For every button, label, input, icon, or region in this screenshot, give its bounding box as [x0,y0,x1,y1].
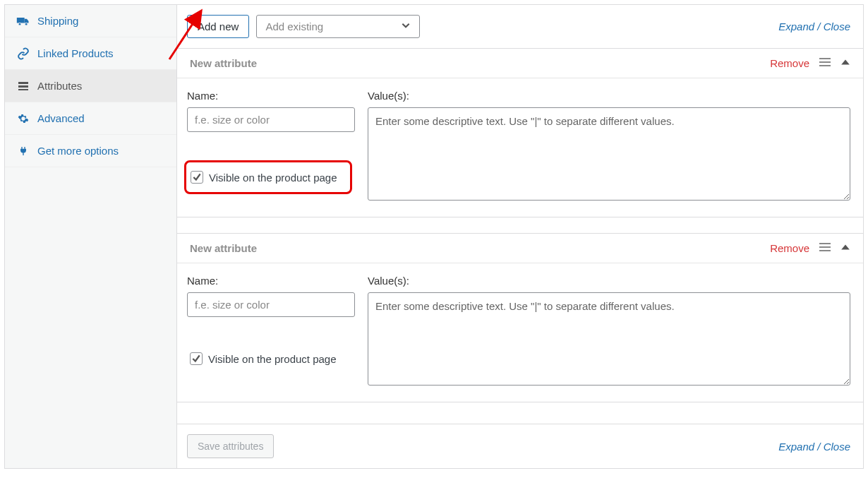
attribute-title: New attribute [190,57,257,69]
svg-rect-0 [17,18,25,23]
link-icon [16,48,30,59]
drag-handle-icon[interactable] [819,242,831,254]
svg-point-2 [25,23,28,25]
sidebar-item-label: Attributes [37,80,82,92]
attribute-header[interactable]: New attribute Remove [177,234,863,263]
sidebar-item-attributes[interactable]: Attributes [5,70,176,102]
separator: / [814,441,824,453]
sidebar-item-label: Get more options [37,145,119,157]
values-label: Value(s): [368,275,850,287]
attribute-name-input[interactable] [187,107,355,132]
chevron-down-icon [401,20,411,32]
values-label: Value(s): [368,90,850,102]
visible-label: Visible on the product page [209,172,337,184]
sidebar-item-label: Advanced [37,112,85,124]
sidebar-item-advanced[interactable]: Advanced [5,102,176,135]
name-label: Name: [187,90,368,102]
attributes-footer: Save attributes Expand / Close [177,424,863,468]
attribute-name-input[interactable] [187,292,355,317]
save-attributes-button[interactable]: Save attributes [187,434,274,458]
attributes-toolbar: Add new Add existing Expand / Close [177,5,863,48]
sidebar-item-shipping[interactable]: Shipping [5,5,176,37]
sidebar-item-label: Linked Products [37,47,114,59]
svg-rect-4 [18,85,28,88]
drag-handle-icon[interactable] [819,57,831,69]
close-link[interactable]: Close [824,20,850,32]
attribute-values-textarea[interactable] [368,107,850,201]
visible-on-product-page-row: Visible on the product page [184,160,352,194]
svg-point-1 [18,23,21,25]
name-label: Name: [187,275,368,287]
attribute-section: New attribute Remove Name: [177,233,863,402]
visible-checkbox[interactable] [190,352,203,365]
sidebar-item-linked-products[interactable]: Linked Products [5,37,176,70]
attribute-title: New attribute [190,242,257,254]
add-new-button[interactable]: Add new [187,15,249,38]
attributes-panel: Add new Add existing Expand / Close New … [177,5,863,468]
gear-icon [16,113,30,124]
close-link[interactable]: Close [824,441,850,453]
product-data-sidebar: Shipping Linked Products Attributes Adva… [5,5,177,468]
expand-close-links: Expand / Close [778,441,850,453]
expand-link[interactable]: Expand [778,441,814,453]
attribute-section: New attribute Remove Name: [177,48,863,217]
expand-link[interactable]: Expand [778,20,814,32]
attribute-values-textarea[interactable] [368,292,850,386]
expand-close-links: Expand / Close [778,20,850,32]
visible-label: Visible on the product page [208,353,337,365]
collapse-icon[interactable] [840,242,850,254]
svg-rect-5 [18,89,28,90]
sidebar-item-label: Shipping [37,15,78,27]
svg-rect-3 [18,82,28,84]
plug-icon [16,145,30,157]
sidebar-item-get-more-options[interactable]: Get more options [5,135,176,167]
separator: / [814,20,824,32]
visible-on-product-page-row: Visible on the product page [187,349,342,368]
truck-icon [16,16,30,27]
attribute-header[interactable]: New attribute Remove [177,49,863,78]
list-icon [16,80,30,92]
remove-attribute-link[interactable]: Remove [770,57,809,69]
add-existing-select[interactable]: Add existing [256,15,420,38]
collapse-icon[interactable] [840,57,850,69]
add-existing-placeholder: Add existing [265,20,323,32]
remove-attribute-link[interactable]: Remove [770,242,809,254]
visible-checkbox[interactable] [191,171,203,184]
